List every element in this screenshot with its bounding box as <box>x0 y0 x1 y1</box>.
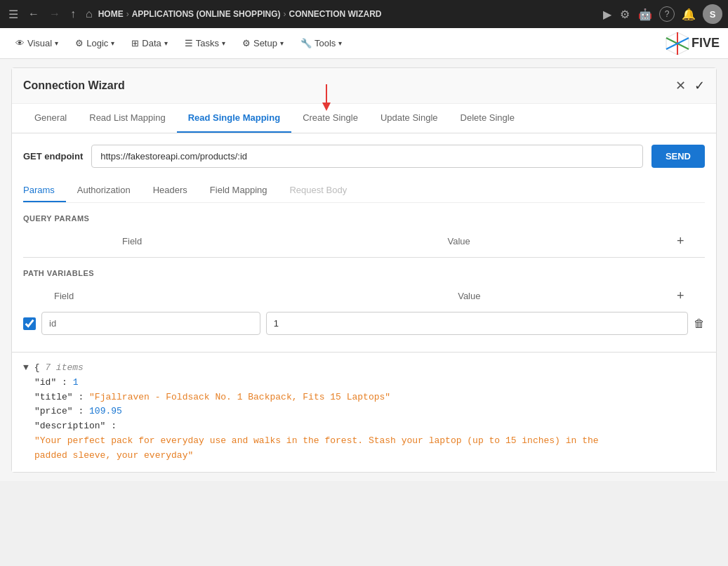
home-icon: ⌂ <box>83 5 95 23</box>
confirm-button[interactable]: ✓ <box>694 78 705 93</box>
setup-dropdown-icon: ▾ <box>280 39 284 47</box>
path-variable-field-input[interactable] <box>41 312 260 335</box>
path-variable-checkbox[interactable] <box>23 317 36 330</box>
tab-read-list-mapping[interactable]: Read List Mapping <box>78 104 176 133</box>
tasks-icon: ☰ <box>185 38 193 48</box>
delete-path-variable-button[interactable]: 🗑 <box>694 317 705 330</box>
nav-setup-label: Setup <box>253 38 277 48</box>
json-root-line: ▼ { 7 items <box>23 361 705 376</box>
sub-tab-headers[interactable]: Headers <box>153 179 199 202</box>
json-line-description-val2: padded sleeve, your everyday" <box>23 449 705 463</box>
query-value-column-header: Value <box>241 236 677 246</box>
tools-dropdown-icon: ▾ <box>338 39 342 47</box>
sub-tab-params[interactable]: Params <box>23 179 66 202</box>
json-collapse-toggle[interactable]: ▼ <box>23 362 29 373</box>
nav-tasks[interactable]: ☰ Tasks ▾ <box>178 34 232 53</box>
query-add-column: + <box>677 234 705 249</box>
path-value-column-header: Value <box>262 291 677 301</box>
sub-tab-bar: Params Authorization Headers Field Mappi… <box>23 179 705 203</box>
logic-icon: ⚙ <box>75 38 84 48</box>
add-query-param-button[interactable]: + <box>677 234 684 249</box>
nav-tools[interactable]: 🔧 Tools ▾ <box>293 34 349 53</box>
tab-delete-single[interactable]: Delete Single <box>449 104 526 133</box>
nav-data[interactable]: ⊞ Data ▾ <box>124 34 174 53</box>
query-params-section-header: QUERY PARAMS <box>23 214 705 223</box>
tab-create-single[interactable]: Create Single <box>291 104 369 133</box>
breadcrumb: ⌂ HOME › APPLICATIONS (ONLINE SHOPPING) … <box>83 5 597 23</box>
tasks-dropdown-icon: ▾ <box>222 39 225 47</box>
five-logo: FIVE <box>665 31 720 56</box>
bot-icon[interactable]: 🤖 <box>637 6 654 22</box>
path-variables-label: PATH VARIABLES <box>23 269 94 277</box>
top-nav-actions: ▶ ⚙ 🤖 ? 🔔 S <box>602 4 722 24</box>
bell-icon[interactable]: 🔔 <box>680 6 697 22</box>
send-button[interactable]: SEND <box>651 145 705 168</box>
nav-tools-label: Tools <box>315 38 336 48</box>
dialog-header: Connection Wizard ✕ ✓ <box>12 68 716 104</box>
dialog-title: Connection Wizard <box>23 79 125 92</box>
json-item-count: 7 items <box>45 362 84 373</box>
json-line-description-key: "description" : <box>23 419 705 434</box>
tools-icon: 🔧 <box>300 38 312 48</box>
nav-setup[interactable]: ⚙ Setup ▾ <box>235 34 291 53</box>
nav-visual[interactable]: 👁 Visual ▾ <box>8 34 65 53</box>
json-line-description-val1: "Your perfect pack for everyday use and … <box>23 434 705 449</box>
path-variables-section: PATH VARIABLES <box>23 269 705 277</box>
tab-update-single[interactable]: Update Single <box>369 104 449 133</box>
up-icon[interactable]: ↑ <box>67 5 79 23</box>
json-line-id: "id" : 1 <box>23 376 705 390</box>
endpoint-input[interactable] <box>91 145 643 168</box>
nav-logic[interactable]: ⚙ Logic ▾ <box>68 34 121 53</box>
dialog-body: GET endpoint SEND Params Authorization H… <box>12 133 716 352</box>
path-add-column: + <box>677 289 705 303</box>
sub-tab-field-mapping[interactable]: Field Mapping <box>210 179 279 202</box>
nav-data-label: Data <box>142 38 161 48</box>
endpoint-row: GET endpoint SEND <box>23 145 705 168</box>
visual-dropdown-icon: ▾ <box>55 39 58 47</box>
search-icon[interactable]: ⚙ <box>618 6 631 22</box>
path-field-column-header: Field <box>23 291 262 301</box>
tab-read-single-mapping[interactable]: Read Single Mapping <box>177 104 291 133</box>
menu-icon[interactable]: ☰ <box>6 5 21 24</box>
main-area: Connection Wizard ✕ ✓ General Read List … <box>0 59 728 481</box>
breadcrumb-sep-1: › <box>126 9 129 19</box>
json-open-brace: { <box>34 362 40 373</box>
path-variable-row: 🗑 <box>23 312 705 335</box>
path-variable-value-input[interactable] <box>266 312 688 335</box>
json-line-price: "price" : 109.95 <box>23 404 705 419</box>
connection-wizard-dialog: Connection Wizard ✕ ✓ General Read List … <box>11 67 717 473</box>
setup-icon: ⚙ <box>242 38 251 48</box>
endpoint-label: GET endpoint <box>23 151 83 162</box>
logic-dropdown-icon: ▾ <box>111 39 114 47</box>
forward-icon[interactable]: → <box>46 5 63 23</box>
top-nav-bar: ☰ ← → ↑ ⌂ HOME › APPLICATIONS (ONLINE SH… <box>0 0 728 28</box>
query-field-column-header: Field <box>23 236 241 246</box>
close-button[interactable]: ✕ <box>675 78 686 93</box>
nav-logic-label: Logic <box>86 38 108 48</box>
path-variables-table-header: Field Value + <box>23 286 705 306</box>
visual-icon: 👁 <box>15 38 25 48</box>
data-icon: ⊞ <box>131 38 139 48</box>
sub-tab-authorization[interactable]: Authorization <box>77 179 142 202</box>
json-line-title: "title" : "Fjallraven - Foldsack No. 1 B… <box>23 390 705 405</box>
main-tab-bar: General Read List Mapping Read Single Ma… <box>12 104 716 133</box>
breadcrumb-home[interactable]: HOME <box>98 9 124 19</box>
back-icon[interactable]: ← <box>25 5 42 23</box>
data-dropdown-icon: ▾ <box>164 39 168 47</box>
nav-tasks-label: Tasks <box>196 38 219 48</box>
query-params-table-header: Field Value + <box>23 231 705 251</box>
add-path-variable-button[interactable]: + <box>677 289 684 303</box>
breadcrumb-app[interactable]: APPLICATIONS (ONLINE SHOPPING) <box>132 9 281 19</box>
annotation-arrow <box>312 84 340 112</box>
breadcrumb-sep-2: › <box>283 9 286 19</box>
play-icon[interactable]: ▶ <box>602 6 613 22</box>
avatar[interactable]: S <box>703 4 722 24</box>
query-params-divider <box>23 257 705 258</box>
tab-general[interactable]: General <box>23 104 78 133</box>
help-icon[interactable]: ? <box>659 6 675 22</box>
sub-tab-request-body: Request Body <box>289 179 358 202</box>
nav-visual-label: Visual <box>27 38 52 48</box>
dialog-header-actions: ✕ ✓ <box>675 78 705 93</box>
breadcrumb-wizard[interactable]: CONNECTION WIZARD <box>289 9 381 19</box>
secondary-nav: 👁 Visual ▾ ⚙ Logic ▾ ⊞ Data ▾ ☰ Tasks ▾ … <box>0 28 728 59</box>
